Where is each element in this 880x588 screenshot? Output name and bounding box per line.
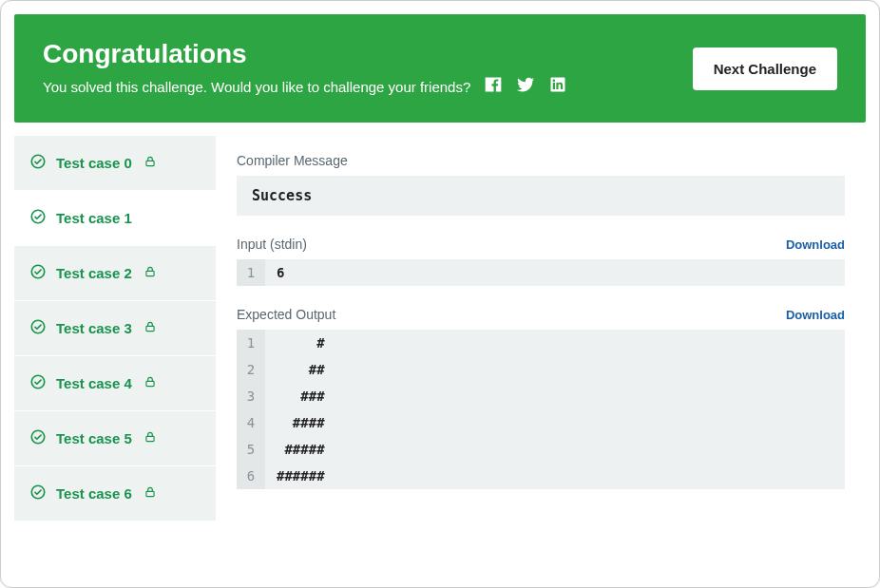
content-area: Test case 0Test case 1Test case 2Test ca…: [14, 136, 866, 554]
check-icon: [29, 428, 47, 448]
check-icon: [29, 373, 47, 393]
line-number: 1: [237, 259, 265, 286]
lock-icon: [142, 430, 157, 446]
output-download-link[interactable]: Download: [786, 308, 845, 322]
app-frame: Congratulations You solved this challeng…: [0, 0, 880, 588]
banner-text-group: Congratulations You solved this challeng…: [43, 39, 567, 98]
testcase-label: Test case 5: [56, 430, 132, 446]
code-line: 4 ####: [237, 409, 845, 436]
compiler-message-label: Compiler Message: [237, 153, 845, 168]
banner-sub-row: You solved this challenge. Would you lik…: [43, 75, 567, 98]
line-content: ##: [265, 356, 336, 383]
banner-subtitle: You solved this challenge. Would you lik…: [43, 79, 470, 95]
main-panel[interactable]: Compiler Message Success Input (stdin) D…: [216, 136, 866, 554]
code-line: 6######: [237, 463, 845, 489]
line-content: ######: [265, 463, 336, 489]
compiler-message-value: Success: [237, 176, 845, 216]
lock-icon: [142, 155, 157, 171]
check-icon: [29, 153, 47, 173]
testcase-item-1[interactable]: Test case 1: [14, 191, 216, 246]
testcase-item-0[interactable]: Test case 0: [14, 136, 216, 191]
lock-icon: [142, 265, 157, 281]
testcase-item-4[interactable]: Test case 4: [14, 356, 216, 411]
banner-title: Congratulations: [43, 39, 567, 69]
check-icon: [29, 208, 47, 228]
line-content: ###: [265, 383, 336, 409]
lock-icon: [142, 320, 157, 336]
testcase-label: Test case 6: [56, 485, 132, 502]
check-icon: [29, 484, 47, 503]
testcase-item-5[interactable]: Test case 5: [14, 411, 216, 466]
line-number: 6: [237, 463, 265, 489]
line-number: 4: [237, 409, 265, 436]
sidebar-wrap: Test case 0Test case 1Test case 2Test ca…: [14, 136, 216, 554]
linkedin-icon[interactable]: [548, 75, 567, 98]
line-number: 3: [237, 383, 265, 409]
svg-rect-6: [146, 326, 154, 331]
svg-rect-12: [146, 491, 154, 496]
line-content: #: [265, 330, 336, 356]
check-icon: [29, 263, 47, 283]
testcase-item-2[interactable]: Test case 2: [14, 246, 216, 301]
congrats-banner: Congratulations You solved this challeng…: [14, 14, 866, 123]
code-line: 3 ###: [237, 383, 845, 409]
testcase-label: Test case 4: [56, 375, 132, 391]
line-content: 6: [265, 259, 296, 286]
testcase-label: Test case 3: [56, 320, 132, 336]
testcase-label: Test case 1: [56, 210, 132, 226]
svg-rect-1: [146, 161, 154, 165]
testcase-sidebar[interactable]: Test case 0Test case 1Test case 2Test ca…: [14, 136, 216, 554]
testcase-item-6[interactable]: Test case 6: [14, 466, 216, 522]
code-line: 2 ##: [237, 356, 845, 383]
facebook-icon[interactable]: [484, 75, 503, 98]
input-label: Input (stdin): [237, 237, 307, 252]
code-line: 1 #: [237, 330, 845, 356]
input-download-link[interactable]: Download: [786, 237, 845, 252]
twitter-icon[interactable]: [516, 75, 535, 98]
lock-icon: [142, 375, 157, 391]
testcase-item-3[interactable]: Test case 3: [14, 301, 216, 356]
testcase-label: Test case 2: [56, 265, 132, 281]
check-icon: [29, 318, 47, 338]
line-number: 2: [237, 356, 265, 383]
svg-rect-10: [146, 436, 154, 441]
next-challenge-button[interactable]: Next Challenge: [693, 47, 837, 90]
social-icons: [484, 75, 567, 98]
svg-rect-8: [146, 381, 154, 386]
testcase-label: Test case 0: [56, 155, 132, 171]
line-content: #####: [265, 436, 336, 463]
svg-rect-4: [146, 271, 154, 275]
code-line: 5 #####: [237, 436, 845, 463]
line-number: 1: [237, 330, 265, 356]
input-code-box: 16: [237, 259, 845, 286]
line-content: ####: [265, 409, 336, 436]
code-line: 16: [237, 259, 845, 286]
lock-icon: [142, 485, 157, 502]
output-code-box: 1 #2 ##3 ###4 ####5 #####6######: [237, 330, 845, 489]
line-number: 5: [237, 436, 265, 463]
output-label: Expected Output: [237, 307, 335, 322]
